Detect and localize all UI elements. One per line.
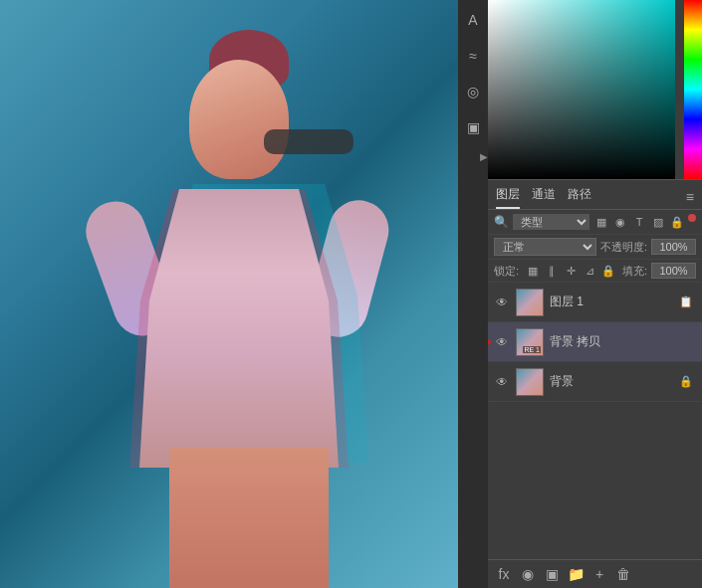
layer-delete-icon[interactable]: 🗑 [613, 564, 633, 584]
filter-text-icon[interactable]: T [631, 214, 647, 230]
figure-legs [169, 448, 329, 588]
opacity-value[interactable]: 100% [651, 239, 696, 255]
lock-icon-group: ▦ ∥ ✛ ⊿ 🔒 [525, 263, 618, 279]
filter-adjust-icon[interactable]: ◉ [612, 214, 628, 230]
color-spectrum-bar[interactable] [684, 0, 702, 179]
fill-label: 填充: [622, 264, 647, 279]
layer-1-name: 背景 拷贝 [550, 333, 696, 350]
layer-adjustment-icon[interactable]: ▣ [542, 564, 562, 584]
color-layers-column: 图层 通道 路径 ≡ 🔍 类型 ▦ ◉ T ▨ [488, 0, 702, 588]
layer-item-wrapper-2: 👁 背景 🔒 [488, 362, 702, 402]
layers-bottom-toolbar: fx ◉ ▣ 📁 + 🗑 [488, 559, 702, 588]
filter-active-dot [688, 214, 696, 222]
layer-fx-icon[interactable]: fx [494, 564, 514, 584]
layer-0-visibility-icon[interactable]: 👁 [494, 294, 510, 310]
tool-strip: A ≈ ◎ ▣ ▶ [458, 0, 488, 588]
lock-pixels-icon[interactable]: ▦ [525, 263, 541, 279]
figure-sunglasses [264, 129, 353, 154]
layer-re1-text: RE 1 [523, 346, 541, 353]
layer-item-wrapper-1: 👁 RE 1 背景 拷贝 [488, 322, 702, 362]
layer-item-0[interactable]: 👁 图层 1 📋 [488, 283, 702, 322]
layer-item-2[interactable]: 👁 背景 🔒 [488, 362, 702, 402]
layer-item-1[interactable]: 👁 RE 1 背景 拷贝 [488, 322, 702, 362]
layers-tab-bar: 图层 通道 路径 ≡ [488, 180, 702, 210]
layers-panel: 图层 通道 路径 ≡ 🔍 类型 ▦ ◉ T ▨ [488, 179, 702, 588]
lock-label: 锁定: [494, 264, 519, 279]
tool-strip-arrow: ▶ [480, 151, 488, 162]
opacity-label: 不透明度: [600, 240, 647, 255]
filter-type-dropdown[interactable]: 类型 [513, 214, 589, 230]
figure-dress [139, 189, 339, 468]
layers-tab-group: 图层 通道 路径 [496, 184, 591, 209]
lock-row: 锁定: ▦ ∥ ✛ ⊿ 🔒 填充: 100% [488, 260, 702, 283]
lock-move-icon[interactable]: ✛ [563, 263, 579, 279]
filter-icon-group: ▦ ◉ T ▨ 🔒 [593, 214, 696, 230]
tab-channels[interactable]: 通道 [532, 184, 556, 209]
color-picker-area[interactable] [488, 0, 702, 179]
filter-shape-icon[interactable]: ▨ [650, 214, 666, 230]
color-gradient-box[interactable] [488, 0, 675, 179]
layer-1-thumbnail: RE 1 [516, 328, 544, 356]
tool-text-icon[interactable]: A [461, 8, 485, 32]
layer-item-wrapper-0: 👁 图层 1 📋 [488, 283, 702, 322]
layer-2-name: 背景 [550, 373, 670, 390]
layer-2-visibility-icon[interactable]: 👁 [494, 374, 510, 390]
layer-2-lock-icon: 🔒 [676, 372, 696, 392]
filter-grid-icon[interactable]: ▦ [593, 214, 609, 230]
figure-head [189, 60, 289, 179]
layers-panel-menu-icon[interactable]: ≡ [686, 189, 694, 205]
layer-0-badge-icon: 📋 [676, 293, 696, 312]
figure-body [119, 30, 378, 567]
right-panel: A ≈ ◎ ▣ ▶ 图层 通道 路径 [458, 0, 702, 588]
filter-lock-icon[interactable]: 🔒 [669, 214, 685, 230]
tool-circle-icon[interactable]: ◎ [461, 80, 485, 103]
layer-active-arrow [488, 334, 492, 350]
filter-search-icon: 🔍 [494, 215, 509, 229]
layer-group-icon[interactable]: 📁 [566, 564, 585, 584]
tool-filter-icon[interactable]: ≈ [461, 44, 485, 68]
layer-1-visibility-icon[interactable]: 👁 [494, 334, 510, 350]
tab-layers[interactable]: 图层 [496, 184, 520, 209]
lock-artboard-icon[interactable]: ⊿ [582, 263, 597, 279]
lock-all-icon[interactable]: 🔒 [600, 263, 616, 279]
tab-paths[interactable]: 路径 [568, 184, 591, 209]
layer-2-thumbnail [516, 368, 544, 396]
layer-0-thumbnail [516, 289, 544, 316]
layer-list: 👁 图层 1 📋 👁 RE 1 [488, 283, 702, 559]
layer-0-name: 图层 1 [550, 294, 670, 310]
blend-mode-dropdown[interactable]: 正常 [494, 238, 596, 256]
main-right: A ≈ ◎ ▣ ▶ 图层 通道 路径 [458, 0, 702, 588]
photo-figure [60, 0, 398, 588]
layer-new-icon[interactable]: + [589, 564, 609, 584]
canvas-area [0, 0, 458, 588]
blend-mode-row: 正常 不透明度: 100% [488, 235, 702, 260]
layer-mask-icon[interactable]: ◉ [518, 564, 538, 584]
layers-filter-toolbar: 🔍 类型 ▦ ◉ T ▨ 🔒 [488, 210, 702, 235]
tool-rect-icon[interactable]: ▣ [461, 115, 485, 139]
lock-brush-icon[interactable]: ∥ [544, 263, 560, 279]
photo-background [0, 0, 458, 588]
fill-value[interactable]: 100% [651, 263, 696, 279]
